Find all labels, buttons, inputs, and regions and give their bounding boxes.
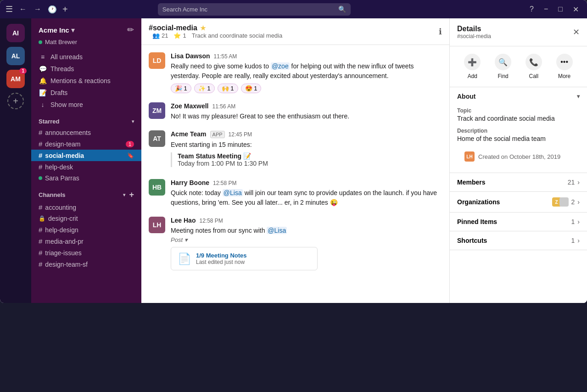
channel-design-team[interactable]: # design-team 1 [31, 138, 141, 150]
call-label: Call [529, 73, 539, 79]
reaction-sparkle[interactable]: ✨ 1 [194, 84, 215, 93]
channel-social-media[interactable]: # social-media 🔖 [31, 150, 141, 161]
reaction-clap[interactable]: 🙌 1 [218, 84, 238, 93]
more-label: More [558, 73, 570, 79]
title-bar-right: ? − □ ✕ [527, 4, 581, 15]
avatar-acme: AT [149, 130, 165, 147]
status-indicator [39, 40, 42, 44]
add-icon: ➕ [464, 54, 481, 70]
title-bar-left: ☰ ← → 🕐 + [6, 3, 68, 15]
dm-sara-parras[interactable]: Sara Parras [31, 173, 141, 184]
post-label: Post ▾ [171, 236, 442, 243]
add-workspace-button[interactable]: + [7, 93, 24, 109]
members-count: 21 [568, 179, 575, 186]
details-more-action[interactable]: ••• More [556, 54, 573, 79]
reaction-party[interactable]: 🎉 1 [171, 84, 191, 93]
description-label: Description [457, 128, 580, 134]
reaction-heart-eyes[interactable]: 😍 1 [241, 84, 262, 93]
title-bar: ☰ ← → 🕐 + 🔍 ? − □ ✕ [0, 0, 587, 18]
creator-avatar: LH [464, 151, 475, 162]
details-channel: #social-media [457, 33, 491, 39]
channel-help-desk[interactable]: # help-desk [31, 161, 141, 173]
msg-time-acme: 12:45 PM [229, 131, 252, 138]
search-bar[interactable]: 🔍 [158, 3, 351, 16]
details-find-action[interactable]: 🔍 Find [495, 54, 511, 79]
about-section: About ▾ Topic Track and coordinate socia… [450, 87, 587, 173]
messages-area: LD Lisa Dawson 11:55 AM Really need to g… [141, 45, 449, 303]
message-header-acme: Acme Team APP 12:45 PM [171, 130, 442, 138]
channels-toggle-icon: ▾ [123, 192, 125, 197]
close-button[interactable]: ✕ [570, 4, 581, 15]
starred-toggle-icon: ▾ [132, 119, 134, 124]
star-icon[interactable]: ★ [200, 24, 206, 32]
members-row[interactable]: Members 21 › [450, 173, 587, 192]
channel-triage-issues[interactable]: # triage-issues [31, 247, 141, 258]
history-icon[interactable]: 🕐 [48, 5, 57, 14]
lock-icon: 🔒 [39, 215, 45, 222]
details-title: Details [457, 25, 491, 33]
channel-announcements[interactable]: # announcements [31, 127, 141, 138]
channel-bookmark-icons: 🔖 [127, 152, 134, 159]
channel-help-design[interactable]: # help-design [31, 224, 141, 235]
help-button[interactable]: ? [527, 4, 537, 14]
pinned-items-row[interactable]: Pinned Items 1 › [450, 213, 587, 231]
details-add-action[interactable]: ➕ Add [464, 54, 481, 79]
hash-icon: # [39, 151, 42, 159]
channel-topic: Track and coordinate social media [192, 32, 283, 39]
org-icon-2 [559, 197, 569, 207]
forward-button[interactable]: → [31, 3, 44, 15]
msg-text-harry: Quick note: today @Lisa will join our te… [171, 188, 442, 207]
starred-section-header[interactable]: Starred ▾ [31, 116, 141, 127]
shortcuts-row[interactable]: Shortcuts 1 › [450, 231, 587, 250]
channel-title-group: #social-media ★ 👥 21 ⭐ 1 Track and coord… [149, 24, 282, 39]
members-chevron-icon: › [577, 179, 580, 186]
workspace-name[interactable]: Acme Inc ▾ [39, 26, 75, 34]
compose-button[interactable]: ✏ [127, 25, 134, 35]
members-label: Members [457, 179, 485, 186]
add-channel-icon[interactable]: + [129, 190, 134, 200]
org-icons: Z [552, 197, 569, 207]
channel-name-design-crit: design-crit [48, 215, 78, 222]
hamburger-icon[interactable]: ☰ [6, 4, 13, 14]
sidebar-item-mentions[interactable]: 🔔 Mentions & reactions [31, 75, 141, 87]
about-chevron-icon: ▾ [577, 93, 580, 100]
channel-media-and-pr[interactable]: # media-and-pr [31, 235, 141, 247]
about-section-header[interactable]: About ▾ [450, 87, 587, 106]
channel-name-help-design: help-design [45, 226, 78, 234]
details-call-action[interactable]: 📞 Call [526, 54, 542, 79]
sidebar-item-all-unreads[interactable]: ≡ All unreads [31, 51, 141, 63]
sidebar-item-drafts[interactable]: 📝 Drafts [31, 87, 141, 99]
maximize-button[interactable]: □ [555, 4, 565, 14]
workspace-icon-AM[interactable]: AM 1 [6, 70, 25, 88]
hash-icon: # [39, 249, 42, 257]
search-input[interactable] [162, 3, 338, 16]
channels-section-header[interactable]: Channels ▾ + [31, 188, 141, 202]
quote-body: Today from 1:00 PM to 1:30 PM [178, 160, 442, 167]
details-close-button[interactable]: ✕ [573, 27, 580, 37]
channel-design-crit[interactable]: 🔒 design-crit [31, 213, 141, 224]
hash-icon: # [39, 140, 42, 148]
channel-design-team-sf[interactable]: # design-team-sf [31, 258, 141, 270]
topic-label: Topic [457, 107, 580, 114]
compose-new-icon[interactable]: + [62, 4, 68, 15]
channel-name-design-team-sf: design-team-sf [45, 261, 88, 268]
back-button[interactable]: ← [17, 3, 29, 15]
msg-author-harry: Harry Boone [171, 179, 209, 186]
shortcuts-row-right: 1 › [571, 237, 580, 244]
message-header-lisa: Lisa Dawson 11:55 AM [171, 52, 442, 60]
organizations-count: 2 [571, 198, 575, 206]
msg-quote-acme: Team Status Meeting 📝 Today from 1:00 PM… [171, 152, 442, 167]
info-button[interactable]: ℹ [439, 27, 442, 37]
workspace-icon-AI[interactable]: AI [6, 24, 25, 42]
file-attachment[interactable]: 📄 1/9 Meeting Notes Last edited just now [171, 247, 318, 270]
all-unreads-icon: ≡ [39, 53, 47, 61]
workspace-icon-AL[interactable]: AL [6, 47, 25, 65]
msg-author-zoe: Zoe Maxwell [171, 102, 208, 110]
sidebar-item-show-more[interactable]: ↓ Show more [31, 99, 141, 111]
channel-accounting[interactable]: # accounting [31, 202, 141, 213]
minimize-button[interactable]: − [541, 4, 551, 14]
organizations-row[interactable]: Organizations Z 2 › [450, 192, 587, 213]
msg-time-lee: 12:58 PM [199, 218, 223, 224]
sidebar-item-threads[interactable]: 💬 Threads [31, 63, 141, 75]
star-count: ⭐ 1 [173, 32, 186, 39]
